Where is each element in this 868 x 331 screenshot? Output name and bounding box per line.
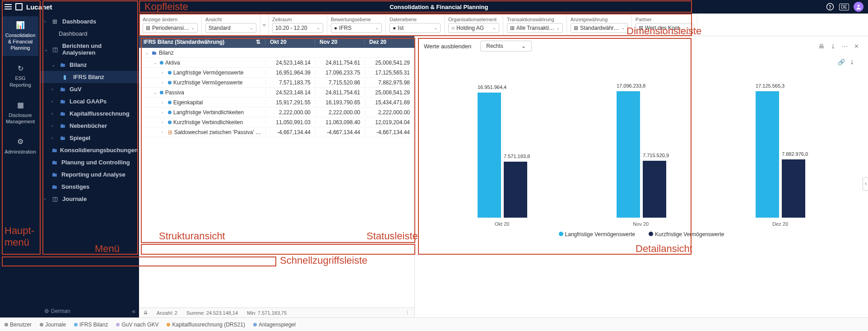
cell-value[interactable]: 7,715,520.86 — [315, 79, 365, 86]
dimension-select[interactable]: 10.20 - 12.20⌄ — [272, 23, 323, 33]
cell-value[interactable]: 12,019,204.04 — [365, 119, 414, 126]
chart-bar[interactable]: 17.125.565,3 — [756, 91, 779, 218]
table-row[interactable]: ›Kurzfristige Verbindlichkeiten11,050,99… — [139, 117, 414, 127]
table-row[interactable]: ›Langfristige Verbindlichkeiten2,222,000… — [139, 107, 414, 117]
chevron-right-icon[interactable]: › — [162, 100, 166, 105]
cell-value[interactable]: 25,008,541.29 — [365, 89, 414, 96]
chevron-down-icon[interactable]: ⌄ — [153, 61, 158, 65]
tree-node-spiegel[interactable]: › 🖿 Spiegel — [41, 132, 139, 144]
tree-node-reporting[interactable]: 🖿 Reporting und Analyse — [41, 168, 139, 181]
chart-bar[interactable]: 7.571.183,8 — [504, 162, 527, 218]
help-icon[interactable] — [826, 2, 835, 11]
cell-value[interactable]: 15,917,291.55 — [265, 99, 315, 106]
column-header[interactable]: Dez 20 — [365, 39, 414, 45]
dimension-select[interactable]: ⊞Alle Transakti…⌄ — [507, 23, 563, 33]
tree-node-local-gaaps[interactable]: › 🖿 Local GAAPs — [41, 95, 139, 107]
legend-item[interactable]: Langfristige Vermögenswerte — [559, 231, 635, 238]
tree-node-dashboards[interactable]: › ⊞ Dashboards — [41, 15, 139, 28]
more-icon[interactable]: ⋯ — [842, 43, 848, 50]
cell-value[interactable]: 16,193,790.65 — [315, 99, 365, 106]
quick-access-item[interactable]: IFRS Bilanz — [74, 322, 108, 328]
cell-value[interactable]: 11,063,098.40 — [315, 119, 365, 126]
chart-bar[interactable]: 7.882.976,0 — [782, 159, 805, 218]
chevron-down-icon[interactable]: ⌄ — [153, 90, 158, 95]
cell-value[interactable]: 25,008,541.29 — [365, 60, 414, 66]
user-avatar[interactable] — [854, 2, 863, 12]
chevron-right-icon[interactable]: › — [162, 110, 166, 115]
column-header[interactable]: Okt 20 — [265, 39, 315, 45]
dimension-select[interactable]: ○Holding AG⌄ — [448, 23, 499, 33]
language-badge[interactable]: DE — [839, 4, 849, 10]
tree-node-nebenbuecher[interactable]: › 🖿 Nebenbücher — [41, 120, 139, 132]
quick-access-item[interactable]: Kapitalflussrechnung (DRS21) — [167, 322, 245, 328]
settings-icon[interactable]: ⇅ — [256, 39, 260, 45]
collapse-menu-icon[interactable]: « — [132, 308, 135, 315]
tree-node-reports[interactable]: ⌄ ◫ Berichten und Analysieren — [41, 40, 139, 59]
language-selector[interactable]: ⚙ German — [44, 308, 70, 314]
cell-value[interactable]: 17,125,565.31 — [365, 70, 414, 76]
print-icon[interactable]: 🖶 — [818, 43, 824, 50]
main-menu-item-esg[interactable]: ↻ ESG Reporting — [2, 60, 38, 93]
table-row[interactable]: ›Langfristige Vermögenswerte16,951,964.3… — [139, 68, 414, 78]
cell-value[interactable]: 7,571,183.75 — [265, 79, 315, 86]
dimension-select[interactable]: ●Ist⌄ — [390, 23, 441, 33]
cell-value[interactable]: 24,811,754.61 — [315, 60, 365, 66]
chevron-down-icon[interactable]: ⌄ — [145, 51, 150, 55]
download-icon[interactable]: ⤓ — [831, 43, 836, 50]
cell-value[interactable]: 17,096,233.75 — [315, 70, 365, 76]
table-row[interactable]: ⌄Aktiva24,523,148.1424,811,754.6125,008,… — [139, 58, 414, 68]
table-row[interactable]: ›Kurzfristige Vermögenswerte7,571,183.75… — [139, 78, 414, 88]
close-icon[interactable]: ✕ — [854, 43, 859, 50]
table-row[interactable]: ›Eigenkapital15,917,291.5516,193,790.651… — [139, 98, 414, 107]
quick-access-item[interactable]: Benutzer — [5, 322, 32, 328]
column-header[interactable]: Nov 20 — [315, 39, 365, 45]
legend-item[interactable]: Kurzfristige Vermögenswerte — [649, 231, 724, 238]
cell-value[interactable]: 24,523,148.14 — [265, 60, 315, 66]
tree-node-dashboard[interactable]: Dashboard — [41, 28, 139, 40]
cell-value[interactable]: 2,222,000.00 — [365, 109, 414, 116]
table-row[interactable]: ⌄🖿Bilanz — [139, 48, 414, 58]
cell-value[interactable]: 16,951,964.39 — [265, 70, 315, 76]
tree-node-kapitalfluss[interactable]: › 🖿 Kapitalflussrechnung — [41, 107, 139, 120]
position-select[interactable]: Rechts ⌄ — [480, 41, 531, 51]
cell-value[interactable]: 2,222,000.00 — [265, 109, 315, 116]
quick-access-item[interactable]: Anlagenspiegel — [253, 322, 296, 328]
chart-bar[interactable]: 16.951.964,4 — [478, 93, 501, 218]
tree-node-sonstiges[interactable]: 🖿 Sonstiges — [41, 181, 139, 193]
dimension-select[interactable]: Standard⌄ — [205, 23, 256, 33]
tree-node-journale[interactable]: › ◫ Journale — [41, 193, 139, 205]
collapse-dimensions-icon[interactable]: « — [260, 14, 269, 36]
dimension-select[interactable]: ⊞Wert des Kont…⌄ — [636, 23, 693, 33]
chevron-right-icon[interactable]: › — [162, 120, 166, 125]
cell-value[interactable]: 11,050,991.03 — [265, 119, 315, 126]
cell-value[interactable]: 2,222,000.00 — [315, 109, 365, 116]
cell-value[interactable]: 24,523,148.14 — [265, 89, 315, 96]
chevron-right-icon[interactable]: › — [162, 130, 166, 135]
main-menu-item-consolidation[interactable]: 📊 Consolidation & Financial Planning — [2, 16, 38, 56]
tree-node-konsolidierung[interactable]: 🖿 Konsolidierungsbuchungen — [41, 144, 139, 156]
chevron-right-icon[interactable]: › — [162, 80, 166, 85]
panel-collapse-handle[interactable]: ‹ — [863, 177, 868, 191]
main-menu-item-admin[interactable]: ⚙ Administration — [2, 133, 38, 159]
table-row[interactable]: ⌄Passiva24,523,148.1424,811,754.6125,008… — [139, 88, 414, 98]
expand-all-icon[interactable]: ⇊ — [144, 310, 148, 316]
tree-node-ifrs-bilanz[interactable]: ▮ IFRS Bilanz — [41, 71, 139, 83]
tree-node-planung[interactable]: 🖿 Planung und Controlling — [41, 156, 139, 168]
tree-node-guv[interactable]: › 🖿 GuV — [41, 83, 139, 95]
quick-access-item[interactable]: Journale — [40, 322, 66, 328]
tree-node-bilanz[interactable]: ⌄ 🖿 Bilanz — [41, 59, 139, 71]
chevron-right-icon[interactable]: › — [162, 70, 166, 75]
dimension-select[interactable]: ⊞Standardwähr…⌄ — [571, 23, 628, 33]
cell-value[interactable]: 15,434,471.69 — [365, 99, 414, 106]
chart-bar[interactable]: 7.715.520,9 — [643, 161, 666, 218]
dimension-select[interactable]: ⊞Periodenansi…⌄ — [143, 23, 198, 33]
quick-access-item[interactable]: GuV nach GKV — [116, 322, 158, 328]
cell-value[interactable]: -4,667,134.44 — [365, 129, 414, 135]
more-icon[interactable]: ⋮ — [405, 310, 410, 316]
chart-bar[interactable]: 17.096.233,8 — [617, 91, 640, 218]
cell-value[interactable]: 7,882,975.98 — [365, 79, 414, 86]
main-menu-item-disclosure[interactable]: ▦ Disclosure Management — [2, 96, 38, 129]
cell-value[interactable]: -4,667,134.44 — [265, 129, 315, 135]
dimension-select[interactable]: ●IFRS⌄ — [331, 23, 382, 33]
cell-value[interactable]: 24,811,754.61 — [315, 89, 365, 96]
